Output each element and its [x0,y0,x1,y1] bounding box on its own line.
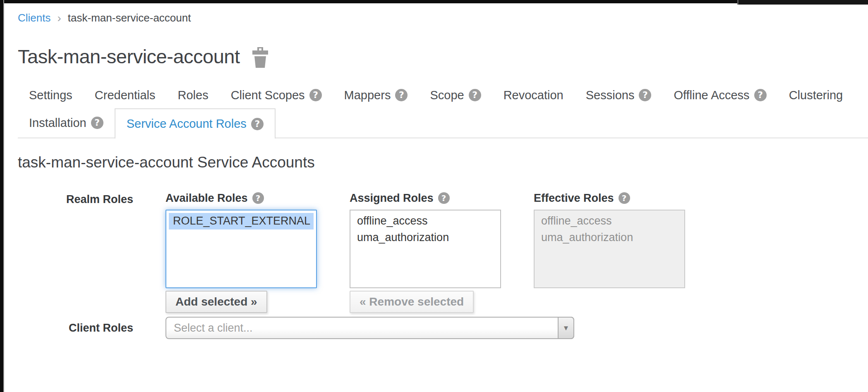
tab-row-1: Settings Credentials Roles Client Scopes… [18,82,868,108]
tab-label: Mappers [344,88,391,102]
chevron-down-icon: ▼ [563,325,570,332]
assigned-roles-column: Assigned Roles ? offline_access uma_auth… [350,191,501,313]
tab-mappers[interactable]: Mappers? [333,82,419,108]
list-option: uma_authorization [537,229,682,246]
available-roles-label: Available Roles [165,192,248,205]
client-roles-row: Client Roles Select a client... ▼ [18,317,574,339]
client-select-dropdown[interactable]: Select a client... ▼ [165,317,574,339]
available-roles-header: Available Roles ? [165,191,317,205]
tab-label: Sessions [586,88,635,102]
help-icon[interactable]: ? [251,118,264,130]
role-columns: Available Roles ? ROLE_START_EXTERNAL Ad… [165,191,685,313]
client-select-placeholder: Select a client... [166,322,253,335]
client-roles-label: Client Roles [18,322,133,335]
help-icon[interactable]: ? [619,192,630,204]
help-icon[interactable]: ? [639,89,651,101]
tab-label: Client Scopes [231,88,305,102]
breadcrumb-current-item: task-man-service-account [68,12,191,24]
tab-label: Service Account Roles [127,117,247,131]
tab-label: Settings [29,88,72,102]
tab-label: Revocation [504,88,563,102]
title-row: Task-man-service-account [18,45,269,68]
realm-roles-row: Realm Roles Available Roles ? ROLE_START… [18,191,685,313]
help-icon[interactable]: ? [309,89,322,101]
assigned-roles-listbox[interactable]: offline_access uma_authorization [350,210,501,288]
help-icon[interactable]: ? [754,89,767,101]
tab-row-2: Installation? Service Account Roles? [18,108,868,139]
window-top-bar-right-segment [737,0,868,5]
tab-client-scopes[interactable]: Client Scopes? [220,82,333,108]
tab-offline-access[interactable]: Offline Access? [662,82,777,108]
add-selected-button[interactable]: Add selected » [165,291,267,313]
list-option: offline_access [537,213,682,229]
tab-label: Offline Access [674,88,749,102]
effective-roles-listbox: offline_access uma_authorization [534,210,685,288]
help-icon[interactable]: ? [438,192,450,204]
tab-bar: Settings Credentials Roles Client Scopes… [18,82,868,139]
help-icon[interactable]: ? [395,89,408,101]
help-icon[interactable]: ? [91,117,103,129]
page-title: Task-man-service-account [18,45,240,68]
list-option[interactable]: offline_access [353,213,498,229]
dropdown-toggle[interactable]: ▼ [558,317,574,339]
effective-roles-column: Effective Roles ? offline_access uma_aut… [534,191,685,313]
effective-roles-header: Effective Roles ? [534,191,685,205]
tab-settings[interactable]: Settings [18,82,84,108]
help-icon[interactable]: ? [252,192,264,204]
tab-clustering[interactable]: Clustering [778,82,854,108]
window-left-edge-strip [0,0,4,392]
tab-scope[interactable]: Scope? [419,82,492,108]
tab-revocation[interactable]: Revocation [492,82,575,108]
breadcrumb: Clients › task-man-service-account [18,12,191,24]
realm-roles-label: Realm Roles [18,191,133,206]
breadcrumb-link-clients[interactable]: Clients [18,12,50,24]
section-heading: task-man-service-account Service Account… [18,154,315,171]
effective-roles-label: Effective Roles [534,192,614,205]
breadcrumb-separator-icon: › [57,12,61,24]
assigned-roles-label: Assigned Roles [350,192,434,205]
tab-label: Clustering [789,88,843,102]
tab-label: Installation [29,116,86,130]
remove-selected-button[interactable]: « Remove selected [350,291,474,313]
tab-installation[interactable]: Installation? [18,108,115,137]
tab-label: Roles [177,88,208,102]
tab-sessions[interactable]: Sessions? [575,82,663,108]
assigned-roles-header: Assigned Roles ? [350,191,501,205]
available-roles-listbox[interactable]: ROLE_START_EXTERNAL [165,210,317,288]
list-option[interactable]: uma_authorization [353,229,498,246]
tab-label: Credentials [95,88,156,102]
list-option-selected[interactable]: ROLE_START_EXTERNAL [169,213,314,229]
tab-service-account-roles[interactable]: Service Account Roles? [115,108,276,139]
available-roles-column: Available Roles ? ROLE_START_EXTERNAL Ad… [165,191,317,313]
tab-roles[interactable]: Roles [166,82,219,108]
tab-credentials[interactable]: Credentials [84,82,167,108]
trash-icon[interactable] [252,47,269,68]
help-icon[interactable]: ? [469,89,481,101]
tab-label: Scope [430,88,464,102]
